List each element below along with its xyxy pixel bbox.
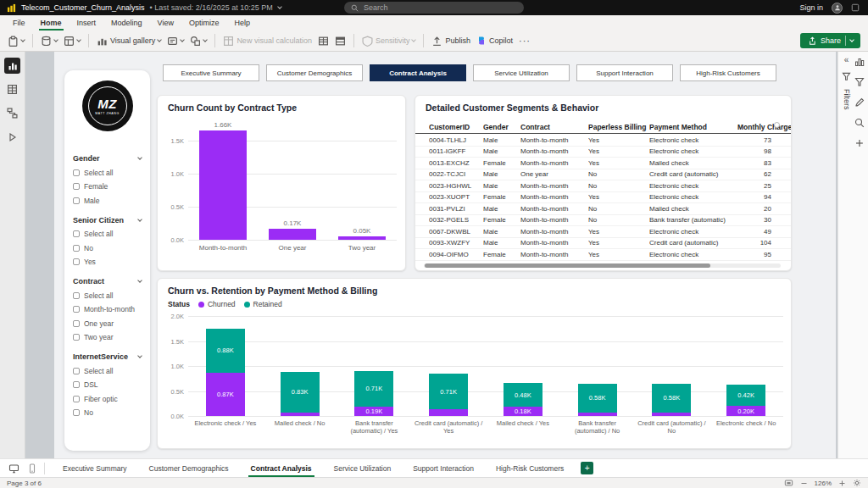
fit-to-page-icon[interactable] bbox=[784, 479, 793, 487]
legend-item-retained[interactable]: Retained bbox=[244, 300, 282, 308]
ribbon-tab-insert[interactable]: Insert bbox=[70, 15, 104, 30]
table-view-button[interactable] bbox=[4, 81, 20, 97]
segment-churned[interactable] bbox=[429, 409, 468, 416]
column-header-monthly-charge[interactable]: Monthly Charge bbox=[737, 123, 771, 131]
nav-button-customer-demographics[interactable]: Customer Demographics bbox=[266, 64, 363, 81]
customer-segments-table-card[interactable]: Detailed Customer Segments & Behavior Cu… bbox=[415, 95, 792, 271]
nav-button-service-utilization[interactable]: Service Utilization bbox=[473, 64, 570, 81]
search-input[interactable]: Search bbox=[344, 2, 524, 14]
checkbox[interactable] bbox=[73, 197, 80, 204]
sign-in-button[interactable]: Sign in bbox=[799, 3, 823, 12]
zoom-level[interactable]: 126% bbox=[815, 480, 832, 487]
filter-option-dsl[interactable]: DSL bbox=[73, 380, 142, 389]
filter-option-select-all[interactable]: Select all bbox=[73, 169, 142, 177]
model-view-button[interactable] bbox=[4, 105, 20, 121]
page-tab-service-utilization[interactable]: Service Utilization bbox=[323, 459, 403, 477]
horizontal-scrollbar[interactable] bbox=[424, 263, 781, 268]
table-visual-button[interactable] bbox=[318, 36, 329, 47]
filter-option-select-all[interactable]: Select all bbox=[73, 230, 142, 238]
scrollbar-thumb[interactable] bbox=[425, 263, 710, 268]
checkbox[interactable] bbox=[73, 292, 80, 299]
table-row[interactable]: 0023-XUOPTFemaleMonth-to-monthYesElectro… bbox=[415, 192, 791, 204]
column-header-paperless-billing[interactable]: Paperless Billing bbox=[588, 123, 649, 131]
column-options-icon[interactable] bbox=[774, 122, 780, 128]
table-row[interactable]: 0022-TCJCIMaleOne yearNoCredit card (aut… bbox=[415, 169, 791, 181]
filter-group-header[interactable]: Gender bbox=[73, 154, 142, 163]
filter-group-header[interactable]: InternetService bbox=[73, 352, 142, 361]
filter-option-fiber-optic[interactable]: Fiber optic bbox=[73, 395, 142, 403]
filter-pane-icon[interactable] bbox=[854, 77, 865, 87]
table-row[interactable]: 0093-XWZFYMaleMonth-to-monthYesCredit ca… bbox=[415, 238, 791, 250]
segment-churned[interactable]: 0.20K bbox=[726, 406, 765, 416]
expand-pane-icon[interactable]: « bbox=[844, 56, 849, 64]
filter-option-no[interactable]: No bbox=[73, 408, 142, 417]
filter-option-two-year[interactable]: Two year bbox=[73, 333, 142, 341]
segment-churned[interactable]: 0.19K bbox=[354, 407, 393, 416]
ribbon-tab-optimize[interactable]: Optimize bbox=[181, 15, 227, 30]
churn-count-chart-card[interactable]: Churn Count by Contract Type 0.0K0.5K1.0… bbox=[157, 95, 406, 271]
segment-retained[interactable]: 0.71K bbox=[354, 371, 393, 407]
format-pane-icon[interactable] bbox=[854, 97, 865, 108]
ribbon-tab-help[interactable]: Help bbox=[226, 15, 258, 30]
filter-option-no[interactable]: No bbox=[73, 244, 142, 252]
window-icon[interactable] bbox=[851, 3, 860, 12]
add-page-button[interactable]: + bbox=[581, 462, 593, 474]
table-row[interactable]: 0013-EXCHZFemaleMonth-to-monthYesMailed … bbox=[415, 158, 791, 169]
settings-gear-icon[interactable] bbox=[853, 479, 861, 487]
table-row[interactable]: 0031-PVLZIMaleMonth-to-monthNoMailed che… bbox=[415, 203, 791, 215]
transform-data-button[interactable] bbox=[64, 36, 81, 47]
page-tab-customer-demographics[interactable]: Customer Demographics bbox=[138, 459, 240, 477]
table-row[interactable]: 0032-PGELSFemaleMonth-to-monthNoBank tra… bbox=[415, 215, 791, 227]
segment-retained[interactable]: 0.58K bbox=[652, 384, 691, 413]
copilot-button[interactable]: Copilot bbox=[476, 36, 513, 46]
table-row[interactable]: 0094-OIFMOFemaleMonth-to-monthYesElectro… bbox=[415, 249, 791, 261]
mobile-layout-icon[interactable] bbox=[27, 463, 37, 474]
segment-retained[interactable]: 0.83K bbox=[281, 372, 320, 413]
visualizations-pane-icon[interactable] bbox=[854, 57, 865, 67]
segment-churned[interactable] bbox=[281, 413, 320, 416]
checkbox[interactable] bbox=[73, 245, 80, 252]
page-tab-high-risk-customers[interactable]: High-Risk Customers bbox=[485, 459, 575, 477]
report-view-button[interactable] bbox=[4, 58, 20, 74]
ribbon-tab-view[interactable]: View bbox=[150, 15, 181, 30]
table-row[interactable]: 0004-TLHLJMaleMonth-to-monthYesElectroni… bbox=[415, 135, 791, 147]
zoom-out-icon[interactable] bbox=[800, 480, 808, 487]
share-button[interactable]: Share bbox=[800, 33, 860, 48]
nav-button-executive-summary[interactable]: Executive Summary bbox=[163, 64, 259, 81]
nav-button-contract-analysis[interactable]: Contract Analysis bbox=[370, 64, 466, 81]
bar-one-year[interactable] bbox=[269, 229, 316, 240]
chevron-down-icon[interactable] bbox=[277, 4, 282, 9]
column-header-payment-method[interactable]: Payment Method bbox=[649, 123, 737, 131]
analytics-pane-icon[interactable] bbox=[854, 118, 865, 128]
column-header-gender[interactable]: Gender bbox=[483, 123, 520, 131]
checkbox[interactable] bbox=[73, 381, 80, 388]
filter-option-yes[interactable]: Yes bbox=[73, 258, 142, 266]
segment-retained[interactable]: 0.48K bbox=[504, 383, 542, 407]
visual-gallery-button[interactable]: Visual gallery bbox=[97, 36, 161, 47]
zoom-in-icon[interactable] bbox=[838, 480, 846, 487]
publish-button[interactable]: Publish bbox=[431, 36, 470, 47]
column-header-customerid[interactable]: CustomerID bbox=[429, 123, 483, 131]
checkbox[interactable] bbox=[73, 230, 80, 237]
nav-button-high-risk-customers[interactable]: High-Risk Customers bbox=[680, 64, 776, 81]
more-options-button[interactable]: ··· bbox=[519, 36, 531, 46]
segment-retained[interactable]: 0.71K bbox=[429, 374, 468, 409]
table-row[interactable]: 0011-IGKFFMaleMonth-to-monthYesElectroni… bbox=[415, 147, 791, 158]
avatar[interactable] bbox=[832, 3, 843, 14]
get-data-button[interactable] bbox=[41, 36, 58, 47]
checkbox[interactable] bbox=[73, 169, 80, 176]
ribbon-tab-file[interactable]: File bbox=[5, 15, 33, 30]
ribbon-tab-home[interactable]: Home bbox=[33, 15, 70, 30]
segment-retained[interactable]: 0.42K bbox=[726, 385, 765, 406]
checkbox[interactable] bbox=[73, 258, 80, 265]
page-tab-executive-summary[interactable]: Executive Summary bbox=[52, 459, 138, 477]
nav-button-support-interaction[interactable]: Support Interaction bbox=[576, 64, 673, 81]
segment-retained[interactable]: 0.58K bbox=[578, 384, 617, 413]
segment-churned[interactable] bbox=[652, 413, 691, 416]
add-pane-icon[interactable] bbox=[854, 138, 865, 148]
segment-churned[interactable]: 0.18K bbox=[504, 407, 542, 416]
churn-retention-chart-card[interactable]: Churn vs. Retention by Payment Method & … bbox=[157, 278, 792, 449]
filter-group-header[interactable]: Contract bbox=[73, 277, 142, 286]
checkbox[interactable] bbox=[73, 368, 80, 374]
checkbox[interactable] bbox=[73, 306, 80, 313]
